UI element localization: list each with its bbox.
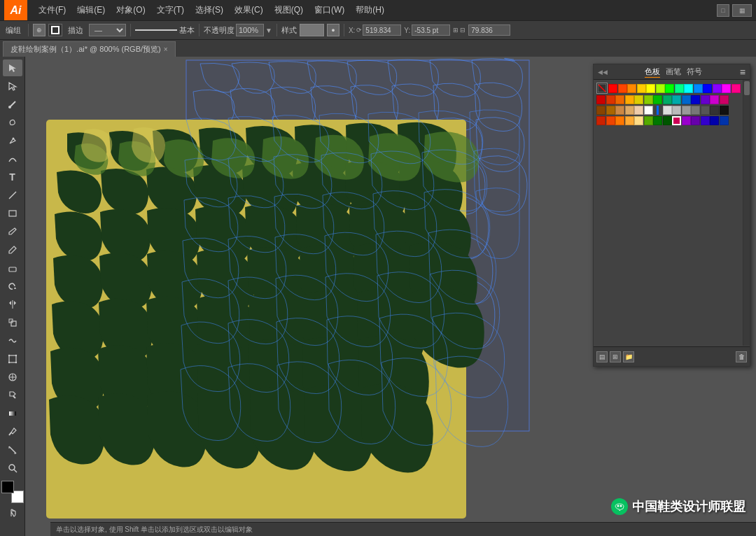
swatch-library-btn[interactable]: ⊞ — [610, 351, 621, 362]
gradient-tool[interactable] — [3, 405, 22, 422]
swatch-c8[interactable] — [663, 116, 672, 125]
magic-wand-tool[interactable] — [3, 96, 22, 113]
transform-options[interactable]: ⊕ — [33, 24, 46, 36]
swatch-9[interactable] — [694, 84, 703, 93]
menu-help[interactable]: 帮助(H) — [350, 1, 390, 19]
swatch-r2[interactable] — [606, 95, 615, 104]
measure-tool[interactable] — [3, 442, 22, 458]
swatch-c4[interactable] — [625, 116, 634, 125]
menu-effect[interactable]: 效果(C) — [229, 1, 269, 19]
swatch-c10[interactable] — [682, 116, 691, 125]
scale-tool[interactable] — [3, 314, 22, 331]
line-tool[interactable] — [3, 187, 22, 204]
swatch-none[interactable] — [596, 83, 608, 94]
swatch-r6[interactable] — [644, 95, 653, 104]
swatch-c5[interactable] — [634, 116, 643, 125]
swatch-r12[interactable] — [701, 95, 710, 104]
tab-brushes[interactable]: 画笔 — [666, 66, 681, 78]
reflect-tool[interactable] — [3, 296, 22, 313]
swatch-r14[interactable] — [720, 95, 729, 104]
swatch-b3[interactable] — [615, 106, 624, 115]
swatch-red[interactable] — [608, 84, 617, 93]
direct-select-tool[interactable] — [3, 78, 22, 94]
canvas-area[interactable]: ◀◀ 色板 画笔 符号 ≡ — [25, 57, 756, 536]
swatch-r4[interactable] — [625, 95, 634, 104]
swatch-black[interactable] — [720, 106, 729, 115]
eyedropper-tool[interactable] — [3, 423, 22, 440]
swatch-r7[interactable] — [653, 95, 662, 104]
rectangle-tool[interactable] — [3, 205, 22, 222]
new-swatch-btn[interactable]: ▤ — [596, 351, 608, 362]
swatch-b4[interactable] — [625, 106, 634, 115]
selection-tool[interactable] — [3, 59, 22, 76]
swatch-c3[interactable] — [615, 116, 624, 125]
swatch-12[interactable] — [722, 84, 731, 93]
swatch-c11[interactable] — [691, 116, 700, 125]
selected-swatch[interactable] — [672, 116, 681, 125]
x-input[interactable] — [363, 24, 401, 36]
swatch-13[interactable] — [732, 84, 741, 93]
swatch-g3[interactable] — [701, 106, 710, 115]
style-preview[interactable] — [300, 24, 324, 36]
y-input[interactable] — [412, 24, 450, 36]
foreground-color[interactable] — [1, 481, 14, 493]
workspace-switcher[interactable]: □ — [717, 4, 729, 17]
swatch-r1[interactable] — [596, 95, 606, 104]
menu-window[interactable]: 窗口(W) — [309, 1, 350, 19]
swatch-b5[interactable] — [634, 106, 643, 115]
swatch-11[interactable] — [713, 84, 722, 93]
swatch-g2[interactable] — [691, 106, 700, 115]
panel-scrollbar[interactable] — [743, 80, 750, 346]
swatch-r5[interactable] — [634, 95, 643, 104]
swatch-3[interactable] — [637, 84, 646, 93]
stroke-color-btn[interactable] — [48, 24, 62, 36]
w-input[interactable] — [468, 24, 510, 36]
swatch-c14[interactable] — [720, 116, 729, 125]
delete-swatch-btn[interactable]: 🗑 — [736, 351, 747, 362]
menu-view[interactable]: 视图(Q) — [269, 1, 309, 19]
swatch-white[interactable] — [644, 106, 653, 115]
paintbrush-tool[interactable] — [3, 223, 22, 240]
eraser-tool[interactable] — [3, 260, 22, 276]
hand-tool[interactable] — [3, 505, 22, 521]
stroke-weight-select[interactable]: —0.5pt1pt2pt — [89, 24, 126, 36]
swatch-r3[interactable] — [615, 95, 624, 104]
swatch-r13[interactable] — [710, 95, 719, 104]
swatch-5[interactable] — [656, 84, 665, 93]
swatch-8[interactable] — [684, 84, 693, 93]
swatch-g4[interactable] — [710, 106, 719, 115]
shape-builder-tool[interactable] — [3, 369, 22, 386]
lasso-tool[interactable] — [3, 114, 22, 131]
document-tab[interactable]: 皮鞋绘制案例（1）.ai* @ 800% (RGB/预览) × — [3, 41, 176, 57]
swatch-mg[interactable] — [672, 106, 681, 115]
swatch-c1[interactable] — [596, 116, 606, 125]
menu-object[interactable]: 对象(O) — [111, 1, 150, 19]
swatch-folder-btn[interactable]: 📁 — [623, 351, 634, 362]
tab-swatches[interactable]: 色板 — [645, 66, 660, 78]
menu-text[interactable]: 文字(T) — [151, 1, 190, 19]
menu-file[interactable]: 文件(F) — [33, 1, 71, 19]
swatch-b2[interactable] — [606, 106, 615, 115]
swatch-r10[interactable] — [682, 95, 691, 104]
color-selector[interactable] — [1, 481, 24, 503]
swatch-2[interactable] — [627, 84, 636, 93]
swatch-r8[interactable] — [663, 95, 672, 104]
free-transform-tool[interactable] — [3, 351, 22, 367]
swatch-1[interactable] — [618, 84, 627, 93]
swatch-r9[interactable] — [672, 95, 681, 104]
swatch-c12[interactable] — [701, 116, 710, 125]
swatch-c2[interactable] — [606, 116, 615, 125]
swatch-b1[interactable] — [596, 106, 606, 115]
paint-bucket-tool[interactable] — [3, 387, 22, 404]
swatch-6[interactable] — [665, 84, 674, 93]
swatch-10[interactable] — [703, 84, 712, 93]
swatch-4[interactable] — [646, 84, 655, 93]
tab-symbols[interactable]: 符号 — [687, 66, 702, 78]
tab-close-btn[interactable]: × — [164, 45, 168, 53]
menu-edit[interactable]: 编辑(E) — [71, 1, 111, 19]
type-tool[interactable]: T — [3, 169, 22, 185]
panel-toggle[interactable]: ▦ — [732, 4, 752, 17]
pencil-tool[interactable] — [3, 241, 22, 258]
swatch-g1[interactable] — [682, 106, 691, 115]
menu-select[interactable]: 选择(S) — [190, 1, 229, 19]
